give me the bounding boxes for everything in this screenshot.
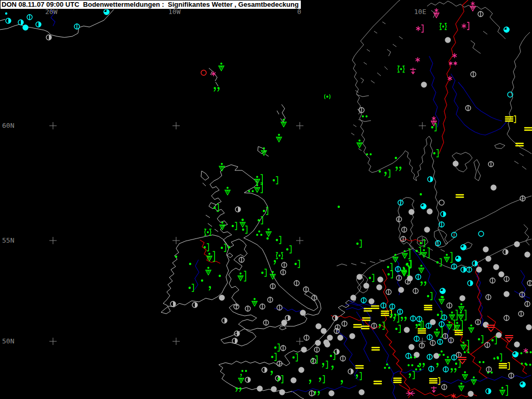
weather-symbol-rain-shower-in-vicinity: [500, 385, 508, 395]
weather-symbol-drizzle-in-vicinity: [312, 356, 317, 363]
weather-symbol-cloud-cover-half-circle: [222, 318, 227, 323]
weather-symbol-rain-shower-triangle: [469, 325, 474, 332]
weather-symbol-cloud-cover-3-4-circle: [456, 256, 461, 261]
weather-symbol-rain-shower-triangle: [459, 383, 464, 391]
weather-symbol-fog-patches-bracket: [499, 363, 510, 369]
weather-symbol-cloud-cover-1-2-oktas-circle: [390, 304, 395, 309]
weather-symbol-cloud-cover-overcast-circle: [430, 320, 435, 325]
weather-symbol-cloud-cover-clear-circle: [439, 200, 444, 205]
weather-symbol-snow-shower-triangle: [434, 9, 439, 18]
weather-symbol-rain-shower-triangle: [261, 148, 267, 155]
weather-symbol-rain-shower-triangle: [462, 371, 468, 379]
weather-symbol-cloud-cover-overcast-circle: [398, 287, 404, 292]
weather-symbol-drizzle-comma: [209, 286, 211, 290]
weather-symbol-cloud-cover-overcast-circle: [407, 276, 413, 281]
weather-symbol-drizzle-shower-triangle: [238, 374, 244, 383]
weather-map-screen: DON 08.11.07 09:00 UTC Bodenwettermeldun…: [0, 0, 532, 399]
weather-symbol-cloud-cover-1-2-oktas-circle: [406, 353, 411, 358]
weather-symbol-rain-two-dots: [242, 370, 247, 372]
weather-symbol-rain-shower-triangle: [266, 229, 271, 236]
weather-symbol-cloud-cover-1-2-oktas-circle: [427, 335, 432, 340]
weather-symbol-rain-three-dots: [438, 351, 445, 356]
weather-symbol-drizzle-comma: [331, 365, 334, 370]
weather-symbol-rain-in-vicinity: [455, 360, 460, 367]
graticule-cross: [296, 338, 303, 345]
weather-symbol-rain-in-vicinity: [286, 246, 291, 253]
weather-symbol-rain-shower-in-vicinity: [434, 327, 442, 337]
weather-symbol-rain-dot: [228, 246, 230, 248]
weather-symbol-rain-shower-triangle: [252, 298, 257, 306]
weather-symbol-cloud-cover-1-2-oktas-circle: [437, 339, 443, 344]
weather-symbol-cloud-cover-overcast-circle: [327, 335, 332, 340]
weather-symbol-cloud-cover-1-2-oktas-circle: [268, 297, 273, 302]
weather-symbol-cloud-cover-half-circle: [334, 349, 339, 354]
weather-symbol-cloud-cover-overcast-circle: [427, 209, 432, 214]
weather-symbol-cloud-cover-1-2-oktas-circle: [451, 355, 457, 360]
weather-symbol-drizzle-in-vicinity: [384, 170, 390, 177]
weather-symbol-drizzle-in-vicinity: [409, 371, 415, 379]
weather-symbol-cloud-cover-overcast-circle: [526, 325, 531, 330]
weather-symbol-rain-two-dots: [362, 115, 368, 117]
weather-symbol-cloud-cover-overcast-circle: [338, 335, 343, 340]
weather-symbol-drizzle-two-commas: [214, 87, 219, 91]
weather-symbol-cloud-cover-half-circle: [36, 22, 41, 27]
weather-symbol-cloud-cover-overcast-circle: [329, 391, 334, 396]
weather-symbol-cloud-cover-half-circle: [232, 338, 237, 343]
weather-symbol-cloud-cover-1-2-oktas-circle: [371, 323, 377, 328]
weather-symbol-cloud-cover-overcast-circle: [315, 340, 321, 345]
weather-symbol-rain-two-dots: [494, 357, 499, 360]
weather-symbol-double-snowflake: [449, 62, 457, 65]
graticule-cross: [172, 237, 180, 244]
weather-symbol-rain-two-dots: [408, 364, 414, 366]
weather-symbol-drizzle-in-vicinity: [319, 376, 325, 383]
weather-symbol-rain-shower-triangle: [219, 63, 224, 71]
weather-symbol-cloud-cover-half-circle: [6, 18, 11, 23]
grid-labels-layer: 20W10W010E60N55N50N: [2, 8, 426, 345]
weather-symbol-rain-shower-in-vicinity: [455, 321, 462, 330]
borders-layer: [200, 0, 527, 398]
weather-symbol-cloud-cover-overcast-circle: [453, 161, 458, 166]
weather-symbol-cloud-cover-1-2-oktas-circle: [410, 316, 416, 321]
weather-symbol-rain-dot: [379, 170, 381, 172]
weather-symbol-cloud-cover-1-2-oktas-circle: [396, 275, 402, 281]
weather-symbol-cloud-cover-1-2-oktas-circle: [309, 391, 314, 396]
map-title: DON 08.11.07 09:00 UTC Bodenwettermeldun…: [0, 0, 301, 9]
weather-symbol-cloud-cover-1-2-oktas-circle: [471, 72, 476, 77]
weather-symbol-cloud-cover-overcast-circle: [434, 353, 439, 358]
weather-symbol-rain-shower-triangle: [357, 140, 362, 148]
weather-symbol-cloud-cover-1-2-oktas-circle: [447, 303, 452, 308]
weather-symbol-mist-two-bars: [525, 128, 532, 130]
weather-symbol-mist-two-bars: [362, 326, 369, 329]
weather-symbol-fog-three-bars: [394, 378, 401, 382]
weather-symbol-precipitation-in-sight: [398, 66, 405, 72]
weather-symbol-cloud-cover-overcast-circle: [514, 242, 520, 247]
weather-symbol-precipitation-in-sight: [276, 252, 283, 259]
weather-symbol-drifting-snow-arrow: [431, 387, 436, 392]
weather-symbol-cloud-cover-3-4-circle: [421, 204, 426, 209]
weather-symbol-rain-dot: [420, 193, 422, 195]
weather-symbol-mist-two-bars: [456, 195, 463, 197]
weather-symbol-snowflake-asterisk: [453, 54, 456, 58]
weather-symbol-cloud-cover-1-2-oktas-circle: [277, 305, 282, 310]
weather-symbol-rain-in-vicinity: [271, 353, 276, 361]
weather-symbol-cloud-cover-half-circle: [245, 377, 250, 382]
graticule-cross: [172, 122, 180, 129]
weather-symbol-cloud-cover-1-2-oktas-circle: [414, 336, 419, 341]
weather-symbol-rain-in-vicinity: [330, 352, 335, 360]
weather-symbol-rain-in-vicinity: [369, 274, 374, 282]
weather-symbol-rain-dot: [5, 12, 7, 15]
weather-symbol-cloud-cover-half-circle: [486, 389, 491, 394]
weather-symbol-cloud-cover-overcast-circle: [219, 295, 224, 300]
weather-symbol-cloud-cover-1-2-oktas-circle: [402, 227, 407, 232]
weather-symbol-cloud-cover-1-2-oktas-circle: [478, 11, 483, 17]
weather-symbol-cloud-cover-1-2-oktas-circle: [427, 354, 432, 360]
weather-symbol-rain-shower-triangle: [276, 134, 282, 142]
weather-symbol-rain-shower-triangle: [270, 271, 275, 279]
weather-symbol-cloud-cover-half-circle: [332, 315, 338, 321]
weather-symbol-rain-shower-triangle: [206, 267, 211, 275]
weather-symbol-snow-in-vicinity: [462, 22, 469, 30]
weather-symbol-rain-shower-triangle: [419, 265, 424, 273]
weather-symbol-cloud-cover-1-2-oktas-circle: [485, 342, 490, 348]
weather-symbol-cloud-cover-overcast-circle: [476, 267, 482, 272]
weather-symbol-rain-two-dots: [479, 361, 485, 363]
